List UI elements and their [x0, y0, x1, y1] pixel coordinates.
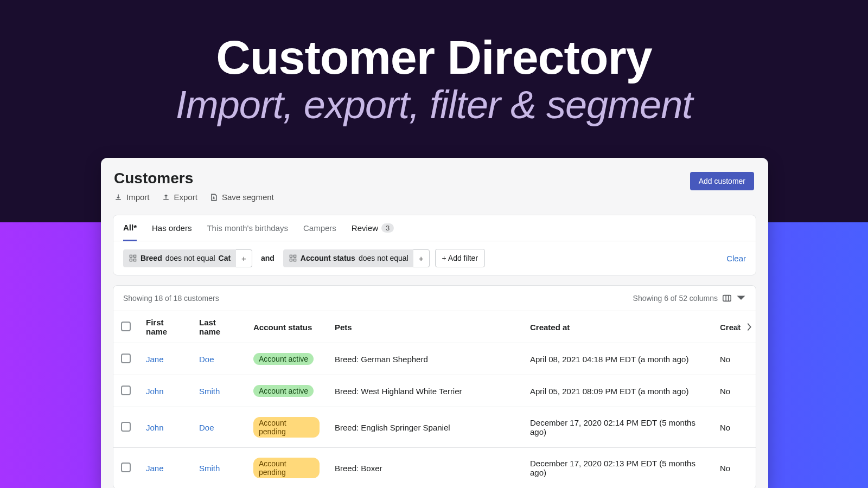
- svg-rect-3: [134, 259, 136, 261]
- table-row: JaneDoeAccount activeBreed: German Sheph…: [113, 343, 756, 375]
- chevron-down-icon: [736, 293, 746, 303]
- chip-add-condition[interactable]: +: [236, 249, 252, 267]
- status-badge: Account active: [253, 385, 314, 397]
- col-first-name[interactable]: First name: [138, 311, 192, 343]
- col-pets[interactable]: Pets: [327, 311, 522, 343]
- filter-icon: [129, 254, 137, 262]
- status-badge: Account active: [253, 353, 314, 365]
- export-button[interactable]: Export: [162, 192, 197, 202]
- cell-first-name[interactable]: Jane: [138, 448, 192, 489]
- chip-val: Cat: [219, 254, 231, 262]
- status-badge: Account pending: [253, 417, 320, 438]
- filter-chip-account-status-body[interactable]: Account status does not equal: [283, 249, 413, 267]
- export-label: Export: [174, 192, 197, 202]
- cell-account-status: Account pending: [246, 407, 327, 448]
- showing-rows-label: Showing 18 of 18 customers: [123, 294, 219, 303]
- filter-chip-breed: Breed does not equal Cat +: [123, 249, 252, 267]
- col-last-name[interactable]: Last name: [192, 311, 246, 343]
- row-checkbox[interactable]: [121, 386, 131, 395]
- header-actions: Import Export Save segment: [114, 192, 274, 202]
- tab-campers[interactable]: Campers: [303, 215, 336, 241]
- filter-panel: All* Has orders This month's birthdays C…: [113, 215, 756, 275]
- customers-table: First name Last name Account status Pets…: [113, 311, 756, 488]
- chip-field: Breed: [141, 254, 162, 262]
- chip-op: does not equal: [165, 254, 215, 262]
- svg-rect-2: [130, 259, 132, 261]
- row-checkbox[interactable]: [121, 422, 131, 432]
- cell-extra: No: [712, 407, 756, 448]
- tabs: All* Has orders This month's birthdays C…: [113, 215, 756, 241]
- app-card: Customers Import Export Save segment Add…: [101, 158, 768, 488]
- tab-all[interactable]: All*: [123, 216, 137, 241]
- cell-last-name[interactable]: Doe: [192, 407, 246, 448]
- add-customer-button[interactable]: Add customer: [690, 172, 754, 190]
- cell-extra: No: [712, 448, 756, 489]
- svg-rect-5: [293, 255, 296, 257]
- cell-last-name[interactable]: Smith: [192, 375, 246, 407]
- cell-last-name[interactable]: Smith: [192, 448, 246, 489]
- add-filter-button[interactable]: + Add filter: [435, 249, 486, 267]
- cell-created-at: December 17, 2020 02:13 PM EDT (5 months…: [522, 448, 712, 489]
- cell-first-name[interactable]: John: [138, 375, 192, 407]
- chip-op: does not equal: [359, 254, 409, 262]
- tab-review-label: Review: [352, 223, 378, 233]
- cell-pets: Breed: English Springer Spaniel: [327, 407, 522, 448]
- filter-chip-account-status: Account status does not equal +: [283, 249, 430, 267]
- row-checkbox[interactable]: [121, 463, 131, 472]
- import-label: Import: [126, 192, 150, 202]
- cell-created-at: April 05, 2021 08:09 PM EDT (a month ago…: [522, 375, 712, 407]
- cell-created-at: April 08, 2021 04:18 PM EDT (a month ago…: [522, 343, 712, 375]
- chip-field: Account status: [301, 254, 355, 262]
- save-segment-label: Save segment: [222, 192, 274, 202]
- col-overflow[interactable]: Creat: [712, 311, 756, 343]
- tab-birthdays[interactable]: This month's birthdays: [207, 215, 288, 241]
- upload-icon: [162, 193, 170, 202]
- chip-add-condition[interactable]: +: [413, 249, 430, 267]
- clear-filters-link[interactable]: Clear: [726, 254, 746, 263]
- cell-account-status: Account active: [246, 375, 327, 407]
- cell-first-name[interactable]: John: [138, 407, 192, 448]
- hero-title: Customer Directory: [0, 30, 868, 85]
- chevron-right-icon[interactable]: [746, 322, 752, 332]
- cell-account-status: Account active: [246, 343, 327, 375]
- cell-pets: Breed: Boxer: [327, 448, 522, 489]
- table-panel: Showing 18 of 18 customers Showing 6 of …: [113, 285, 756, 488]
- showing-cols-label: Showing 6 of 52 columns: [633, 294, 718, 303]
- column-selector[interactable]: Showing 6 of 52 columns: [633, 293, 746, 303]
- col-created-at[interactable]: Created at: [522, 311, 712, 343]
- table-header-row: First name Last name Account status Pets…: [113, 311, 756, 343]
- select-all-checkbox[interactable]: [121, 322, 131, 331]
- svg-rect-6: [290, 259, 292, 261]
- status-badge: Account pending: [253, 458, 320, 478]
- chevron-left-icon[interactable]: [735, 323, 741, 331]
- tab-review[interactable]: Review 3: [352, 215, 394, 241]
- cell-extra: No: [712, 375, 756, 407]
- page-title: Customers: [114, 170, 274, 187]
- cell-account-status: Account pending: [246, 448, 327, 489]
- filter-chip-breed-body[interactable]: Breed does not equal Cat: [123, 249, 236, 267]
- cell-created-at: December 17, 2020 02:14 PM EDT (5 months…: [522, 407, 712, 448]
- svg-rect-1: [134, 255, 136, 257]
- cell-pets: Breed: German Shepherd: [327, 343, 522, 375]
- import-button[interactable]: Import: [114, 192, 150, 202]
- filter-row: Breed does not equal Cat + and Account s…: [113, 241, 756, 275]
- hero-subtitle: Import, export, filter & segment: [0, 82, 868, 127]
- row-checkbox[interactable]: [121, 354, 131, 363]
- cell-extra: No: [712, 343, 756, 375]
- table-row: JohnDoeAccount pendingBreed: English Spr…: [113, 407, 756, 448]
- columns-icon: [722, 293, 732, 303]
- filter-and-label: and: [258, 254, 278, 262]
- download-icon: [114, 193, 123, 202]
- cell-first-name[interactable]: Jane: [138, 343, 192, 375]
- table-meta-row: Showing 18 of 18 customers Showing 6 of …: [113, 286, 756, 311]
- svg-rect-4: [290, 255, 292, 257]
- table-row: JohnSmithAccount activeBreed: West Highl…: [113, 375, 756, 407]
- svg-rect-7: [293, 259, 296, 261]
- cell-last-name[interactable]: Doe: [192, 343, 246, 375]
- save-icon: [209, 193, 218, 202]
- table-row: JaneSmithAccount pendingBreed: BoxerDece…: [113, 448, 756, 489]
- app-header: Customers Import Export Save segment Add…: [101, 158, 768, 207]
- col-account-status[interactable]: Account status: [246, 311, 327, 343]
- save-segment-button[interactable]: Save segment: [209, 192, 274, 202]
- tab-has-orders[interactable]: Has orders: [152, 215, 192, 241]
